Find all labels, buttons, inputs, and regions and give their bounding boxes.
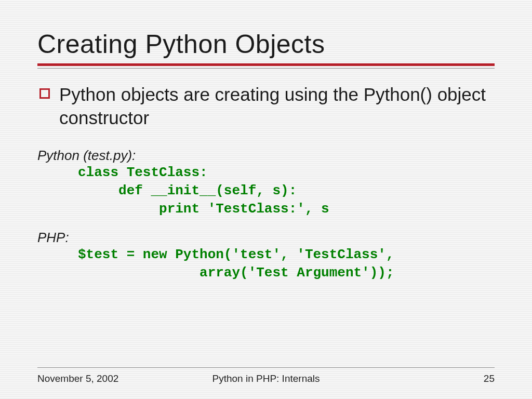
- footer-date: November 5, 2002: [37, 373, 190, 384]
- bullet-item: Python objects are creating using the Py…: [37, 83, 495, 130]
- python-section-label: Python (test.py):: [37, 148, 495, 164]
- slide-title: Creating Python Objects: [37, 29, 495, 59]
- title-underline-thick: [37, 63, 495, 66]
- slide-footer: November 5, 2002 Python in PHP: Internal…: [37, 367, 495, 384]
- php-code-block: $test = new Python('test', 'TestClass', …: [37, 246, 495, 282]
- title-underline-thin: [37, 68, 495, 69]
- php-section-label: PHP:: [37, 230, 495, 246]
- bullet-text: Python objects are creating using the Py…: [59, 83, 495, 130]
- footer-page-number: 25: [342, 373, 495, 384]
- square-bullet-icon: [39, 88, 50, 99]
- python-code-block: class TestClass: def __init__(self, s): …: [37, 164, 495, 218]
- footer-title: Python in PHP: Internals: [190, 373, 342, 384]
- presentation-slide: Creating Python Objects Python objects a…: [0, 0, 532, 399]
